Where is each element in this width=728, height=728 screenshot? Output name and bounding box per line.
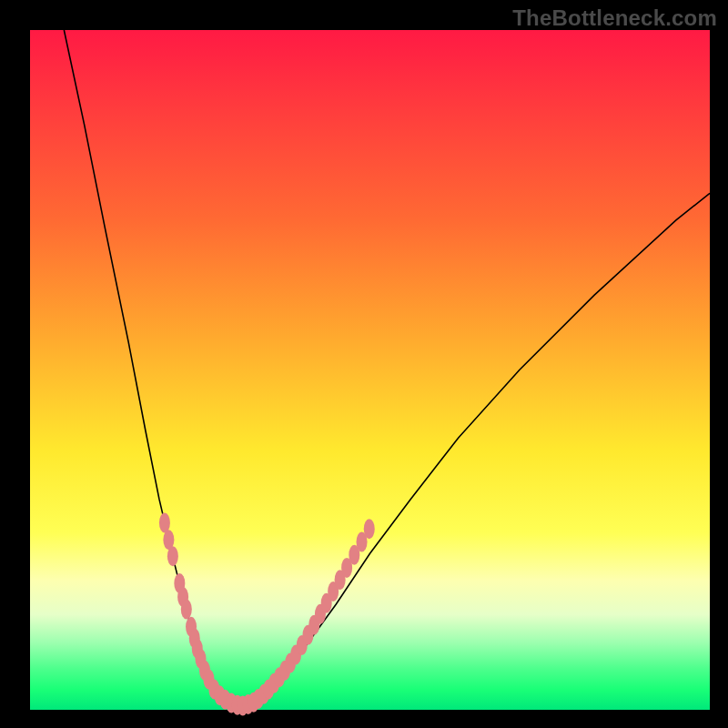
chart-frame: TheBottleneck.com	[0, 0, 728, 728]
highlight-marker	[181, 599, 192, 619]
chart-svg	[30, 30, 710, 710]
curve-left-branch	[64, 30, 240, 710]
watermark-text: TheBottleneck.com	[512, 5, 717, 31]
marker-group	[159, 513, 375, 716]
highlight-marker	[364, 519, 375, 539]
highlight-marker	[167, 546, 178, 566]
